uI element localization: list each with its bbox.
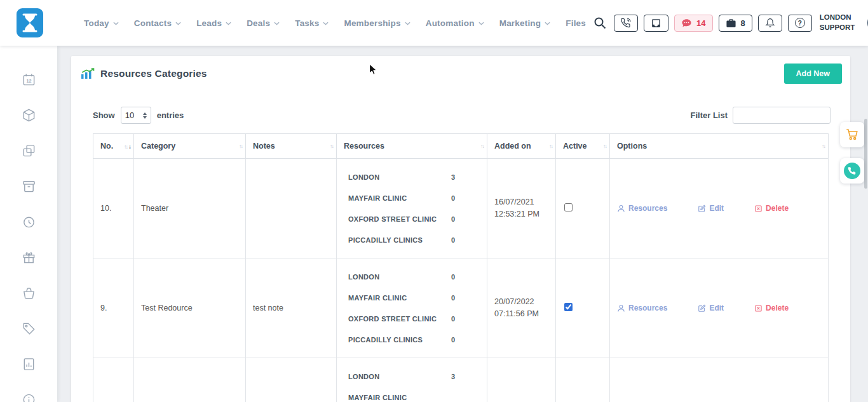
resource-count: 0 <box>451 215 455 223</box>
help-button[interactable]: ? <box>788 15 812 32</box>
nav-item-label: Today <box>84 18 109 28</box>
resources-icon <box>617 204 625 213</box>
resource-count: 0 <box>451 236 455 244</box>
info-icon <box>22 392 36 402</box>
sidebar-item-copy[interactable] <box>22 144 36 158</box>
resource-count: 0 <box>451 294 455 302</box>
page-title: Resources Categories <box>100 68 207 79</box>
calendar-day-label: 12 <box>26 79 31 84</box>
column-label: No. <box>100 142 113 151</box>
main-content: Resources Categories Add New Show 10 ent… <box>57 46 868 402</box>
added-time: 07:11:56 PM <box>494 308 548 320</box>
column-header-category[interactable]: Category↑↓ <box>134 134 246 159</box>
resources-link[interactable]: Resources <box>617 204 667 213</box>
nav-item-files[interactable]: Files <box>558 18 593 28</box>
nav-item-leads[interactable]: Leads <box>189 18 239 28</box>
filter-input[interactable] <box>733 107 831 124</box>
nav-item-deals[interactable]: Deals <box>239 18 287 28</box>
table-controls: Show 10 entries Filter List <box>93 107 831 124</box>
sidebar-item-calendar[interactable]: 12 <box>22 72 36 87</box>
nav-item-marketing[interactable]: Marketing <box>492 18 559 28</box>
sidebar-item-packages[interactable] <box>22 108 36 123</box>
active-checkbox[interactable] <box>564 203 573 211</box>
resource-count: 0 <box>451 315 455 323</box>
sidebar-item-info[interactable] <box>22 392 36 402</box>
nav-item-label: Tasks <box>295 18 319 28</box>
resource-line: LONDON3 <box>344 166 480 187</box>
delete-link[interactable]: Delete <box>754 204 789 213</box>
inbox-button[interactable] <box>644 15 668 32</box>
nav-item-tasks[interactable]: Tasks <box>287 18 336 28</box>
sort-icon: ↑↓ <box>822 143 825 149</box>
edit-label: Edit <box>709 204 724 213</box>
resource-line: PICCADILLY CLINICS0 <box>344 329 480 350</box>
package-icon <box>22 108 36 123</box>
nav-item-label: Deals <box>247 18 270 28</box>
resource-count: 3 <box>451 173 455 181</box>
column-header-resources[interactable]: Resources↑↓ <box>337 134 487 159</box>
resource-line: PICCADILLY CLINICS0 <box>344 229 480 250</box>
table-row: 10.TheaterLONDON3MAYFAIR CLINIC0OXFORD S… <box>93 159 829 258</box>
nav-item-memberships[interactable]: Memberships <box>336 18 417 28</box>
left-sidebar: 12 <box>0 46 57 402</box>
resource-name: MAYFAIR CLINIC <box>348 394 451 401</box>
sidebar-item-gifts[interactable] <box>22 250 36 265</box>
row-category: Theater <box>134 159 246 258</box>
column-label: Category <box>141 142 175 151</box>
row-options: ResourcesEditDelete <box>610 159 829 258</box>
edit-link[interactable]: Edit <box>698 204 724 213</box>
main-nav: TodayContactsLeadsDealsTasksMembershipsA… <box>76 18 593 28</box>
cart-widget[interactable] <box>840 122 864 147</box>
resources-link[interactable]: Resources <box>617 304 667 312</box>
row-active <box>556 258 610 358</box>
chevron-down-icon <box>274 22 280 25</box>
edit-label: Edit <box>709 304 724 312</box>
app-logo[interactable] <box>17 7 43 39</box>
row-notes: test note <box>246 258 337 358</box>
nav-item-today[interactable]: Today <box>76 18 126 28</box>
added-date: 20/07/2022 <box>494 296 548 308</box>
entries-select[interactable]: 10 <box>121 107 151 124</box>
phone-button[interactable] <box>614 15 638 32</box>
briefcase-button[interactable]: 8 <box>719 15 752 32</box>
chevron-down-icon <box>113 22 119 25</box>
column-header-options[interactable]: Options↑↓ <box>610 134 829 159</box>
column-header-no[interactable]: No.↑↓↓ <box>93 134 134 159</box>
column-label: Resources <box>344 142 384 151</box>
gift-icon <box>22 250 36 265</box>
resource-name: PICCADILLY CLINICS <box>348 336 451 344</box>
resource-count: 0 <box>451 273 455 281</box>
sidebar-item-basket[interactable] <box>22 286 36 300</box>
chat-button[interactable]: 14 <box>674 15 712 32</box>
resource-name: OXFORD STREET CLINIC <box>348 315 451 323</box>
sidebar-item-reports[interactable] <box>22 357 36 372</box>
resource-line: LONDON0 <box>344 266 480 287</box>
scrollbar[interactable] <box>864 46 868 402</box>
phone-widget[interactable] <box>840 158 864 184</box>
sidebar-item-archive[interactable] <box>22 179 36 194</box>
sidebar-item-history[interactable] <box>22 215 36 229</box>
resources-label: Resources <box>628 204 667 213</box>
nav-item-contacts[interactable]: Contacts <box>126 18 189 28</box>
column-header-active[interactable]: Active↑↓ <box>556 134 610 159</box>
column-header-notes[interactable]: Notes↑↓ <box>246 134 337 159</box>
scrollbar-thumb[interactable] <box>864 119 867 189</box>
edit-link[interactable]: Edit <box>698 304 724 312</box>
resource-name: PICCADILLY CLINICS <box>348 236 451 244</box>
search-icon[interactable] <box>593 17 606 29</box>
active-checkbox[interactable] <box>564 303 573 311</box>
resource-name: LONDON <box>348 173 451 181</box>
resource-name: MAYFAIR CLINIC <box>348 294 451 302</box>
archive-box-icon <box>22 179 36 194</box>
delete-link[interactable]: Delete <box>754 304 789 312</box>
resource-name: OXFORD STREET CLINIC <box>348 215 451 223</box>
filter-group: Filter List <box>690 107 831 124</box>
delete-icon <box>754 304 763 312</box>
sidebar-item-tags[interactable] <box>22 321 36 336</box>
column-header-added-on[interactable]: Added on↑↓ <box>487 134 556 159</box>
resources-label: Resources <box>628 304 667 312</box>
add-new-button[interactable]: Add New <box>784 64 842 84</box>
notifications-button[interactable] <box>758 15 782 32</box>
row-category: Test Redource <box>134 258 246 358</box>
nav-item-automation[interactable]: Automation <box>418 18 492 28</box>
